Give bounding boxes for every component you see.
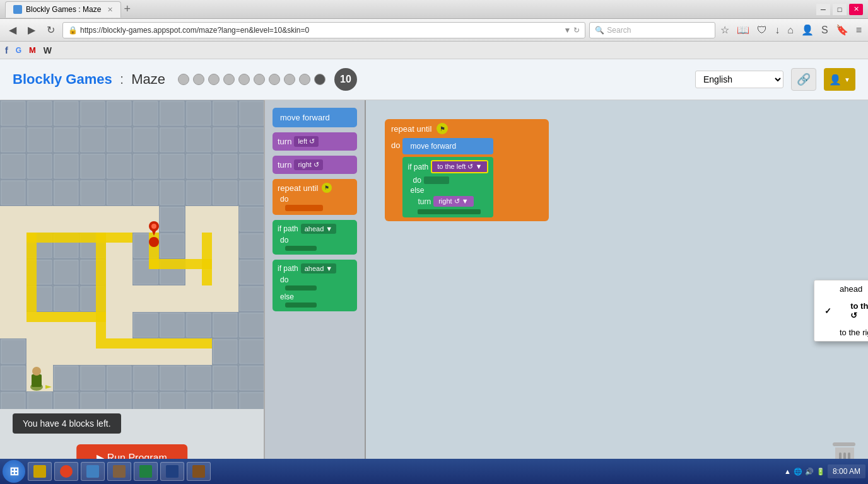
dropdown-item-ahead[interactable]: ahead [814, 280, 868, 297]
dropdown-item-left[interactable]: to the left ↺ [814, 297, 868, 324]
ws-turn-direction[interactable]: right ↺ ▼ [433, 196, 473, 207]
ws-do-label-2: do [413, 176, 421, 185]
title-separator: : [120, 71, 124, 87]
ws-else-label: else [410, 186, 424, 195]
reload-button[interactable]: ↻ [43, 23, 59, 37]
svg-rect-19 [26, 312, 106, 322]
level-dots: 10 [178, 68, 357, 91]
level-dot-5[interactable] [238, 74, 250, 85]
browser-toolbar: ◀ ▶ ↻ 🔒 https://blockly-games.appspot.co… [0, 19, 868, 42]
language-select[interactable]: English [695, 71, 783, 88]
taskbar-item-4[interactable] [107, 462, 131, 481]
taskbar-item-5[interactable] [134, 462, 158, 481]
level-dot-3[interactable] [208, 74, 220, 85]
level-dot-2[interactable] [193, 74, 204, 85]
blocks-left-text: You have 4 blocks left. [23, 418, 111, 429]
else-label: else [280, 292, 352, 301]
bookmark-fb[interactable]: f [5, 45, 8, 55]
repeat-slot [285, 205, 323, 211]
minimize-button[interactable]: ─ [816, 4, 830, 15]
svg-rect-18 [26, 233, 37, 312]
bookmark-gmail[interactable]: M [29, 45, 36, 55]
bookmark-wiki[interactable]: W [44, 45, 52, 55]
taskbar-clock[interactable]: 8:00 AM [828, 464, 865, 478]
star-icon[interactable]: ☆ [719, 23, 730, 37]
link-button[interactable]: 🔗 [791, 68, 816, 91]
svg-rect-30 [32, 374, 42, 387]
block-repeat-until[interactable]: repeat until ⚑ do [273, 179, 357, 215]
ws-if-block[interactable]: if path to the left ↺ ▼ do else [402, 157, 493, 217]
ws-if-label: if path [408, 163, 428, 171]
taskbar-item-7[interactable] [187, 462, 211, 481]
user-icon[interactable]: 👤 [800, 23, 815, 37]
svg-rect-8 [0, 206, 26, 312]
svg-rect-10 [106, 206, 132, 338]
block-turn-right[interactable]: turn right ↺ [273, 156, 357, 174]
taskbar-item-3[interactable] [81, 462, 105, 481]
level-dot-6[interactable] [254, 74, 265, 85]
taskbar-item-6[interactable] [160, 462, 184, 481]
menu-icon[interactable]: ≡ [855, 23, 863, 37]
start-button[interactable]: ⊞ [3, 460, 25, 483]
taskbar-item-1[interactable] [28, 462, 52, 481]
block-if-path-1[interactable]: if path ahead ▼ do [273, 220, 357, 255]
dropdown-label-right: to the right ↺ [840, 328, 868, 337]
taskbar-icon-3 [86, 465, 99, 478]
turn-right-direction[interactable]: right ↺ [294, 159, 322, 170]
maximize-button[interactable]: □ [833, 4, 847, 15]
systray-arrow[interactable]: ▲ [784, 468, 791, 475]
if-path-2-dir[interactable]: ahead ▼ [301, 263, 337, 274]
bookmark-google[interactable]: G [16, 46, 21, 55]
titlebar: Blockly Games : Maze ✕ + ─ □ ✕ [0, 0, 868, 19]
home-icon[interactable]: ⌂ [786, 23, 795, 37]
person-button[interactable]: 👤 ▼ [824, 68, 855, 91]
ws-do-label: do [391, 141, 400, 150]
browser-tab[interactable]: Blockly Games : Maze ✕ [5, 1, 121, 18]
ws-move-forward-label: move forward [410, 142, 456, 151]
back-button[interactable]: ◀ [5, 23, 20, 37]
systray-network[interactable]: 🌐 [794, 468, 802, 476]
block-move-forward[interactable]: move forward [273, 108, 357, 127]
bookmark-sync-icon[interactable]: 📖 [736, 23, 751, 37]
blockly-games-link[interactable]: Blockly Games [13, 71, 112, 87]
level-dot-8[interactable] [284, 74, 295, 85]
app-title-area: Blockly Games : Maze [13, 71, 165, 88]
if-path-2-label: if path [278, 264, 298, 273]
shield-icon[interactable]: 🛡 [756, 23, 768, 37]
if-path-1-dir[interactable]: ahead ▼ [301, 224, 337, 234]
ws-bottom-slot [418, 209, 481, 214]
new-tab-button[interactable]: + [124, 3, 131, 16]
systray-volume[interactable]: 🔊 [805, 468, 814, 476]
forward-button[interactable]: ▶ [24, 23, 39, 37]
level-dot-1[interactable] [178, 74, 189, 85]
main-content: You have 4 blocks left. ▶ Run Program mo… [0, 100, 868, 484]
tab-close-btn[interactable]: ✕ [107, 6, 113, 14]
ws-move-forward[interactable]: move forward [402, 138, 493, 154]
svg-rect-21 [96, 338, 212, 349]
maze-label: Maze [131, 71, 165, 87]
url-bar[interactable]: 🔒 https://blockly-games.appspot.com/maze… [62, 22, 585, 38]
clock-time: 8:00 AM [833, 467, 860, 476]
level-dot-10[interactable] [314, 74, 326, 85]
pocket-icon[interactable]: 🔖 [835, 23, 850, 37]
close-button[interactable]: ✕ [849, 4, 863, 15]
ws-repeat-block[interactable]: repeat until ⚑ do move forward if path [385, 119, 549, 221]
systray-battery[interactable]: 🔋 [816, 468, 825, 476]
ws-direction-dropdown[interactable]: to the left ↺ ▼ [431, 160, 488, 173]
level-dot-7[interactable] [269, 74, 280, 85]
url-text: https://blockly-games.appspot.com/maze?l… [80, 26, 558, 35]
turn-left-text: turn [278, 137, 291, 146]
level-dot-9[interactable] [299, 74, 310, 85]
turn-left-direction[interactable]: left ↺ [294, 136, 319, 147]
block-turn-left[interactable]: turn left ↺ [273, 132, 357, 151]
download-icon[interactable]: ↓ [773, 23, 781, 37]
workspace-panel[interactable]: repeat until ⚑ do move forward if path [366, 100, 868, 484]
dropdown-item-right[interactable]: to the right ↺ [814, 324, 868, 341]
svg-rect-14 [212, 206, 238, 312]
search-bar[interactable]: 🔍 Search [589, 22, 715, 38]
level-dot-4[interactable] [223, 74, 235, 85]
block-if-path-2[interactable]: if path ahead ▼ do else [273, 260, 357, 311]
addon-icon[interactable]: S [820, 23, 830, 37]
dropdown-label-ahead: ahead [840, 284, 862, 294]
taskbar-item-2[interactable] [54, 462, 78, 481]
